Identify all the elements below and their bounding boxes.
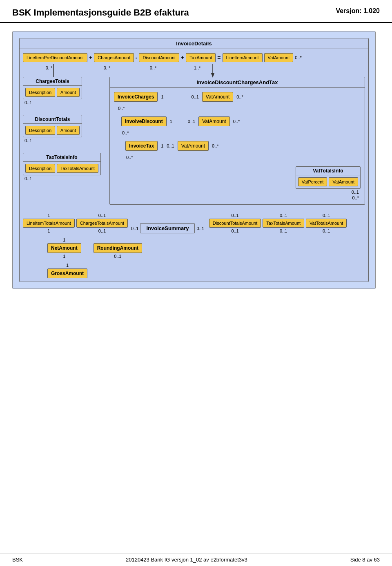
footer-right: Side 8 av 63 [350,557,380,563]
invoice-summary-box: InvoiceSummary [140,223,195,233]
discount-totals-title: DiscountTotals [23,115,82,124]
invoive-discount-mult-01: 0..1 [188,119,195,124]
charges-totals-title: ChargesTotals [23,77,82,86]
minus-operator: - [136,54,138,61]
invoive-discount-mult-1: 1 [170,119,172,124]
invoice-discount-charges-tax-title: InvoiceDiscountChargesAndTax [110,77,365,88]
footer-center: 20120423 Bank IG versjon 1_02 av e2bform… [126,557,247,563]
line-item-totals-amount-box: LineItemTotalsAmount [23,219,75,228]
version-label: Versjon: 1.020 [336,7,380,15]
charges-totals-amount-box: ChargesTotalsAmount [76,219,128,228]
discount-totals-description: Description [25,126,55,135]
invoice-tax-mult-1: 1 [161,143,163,148]
summary-mult-01-discount: 0..1 [231,213,238,218]
invoice-charges-mult-1: 1 [161,94,163,99]
invoive-discount-mult-0star: 0..* [122,130,361,135]
vat-amount-tax-mult-0star: 0..* [212,143,219,148]
footer: BSK 20120423 Bank IG versjon 1_02 av e2b… [0,553,392,566]
vat-totals-amount-box: VatTotalsAmount [306,219,347,228]
vat-totals-info-class: VatTotalsInfo VatPercent VatAmount [296,166,361,189]
mult-lineitem2: 1..* [179,65,216,70]
footer-left: BSK [12,557,23,563]
discount-amount-box: DiscountAmount [139,53,179,62]
summary-mult-1-lineitem: 1 [47,213,50,218]
discount-totals-amount-box: DiscountTotalsAmount [209,219,261,228]
page-title: BSK Implementasjonsguide B2B efaktura [12,7,189,18]
rounding-amount-box: RoundingAmount [94,243,142,253]
invoice-details-box: InvoiceDetails LineItemPreDiscountAmount… [19,38,369,282]
vat-amount-discount-mult-0star: 0..* [233,119,240,124]
net-amount-box: NetAmount [47,243,81,253]
plus-operator-2: + [181,54,184,61]
summary-mult-01-charges2: 0..1 [98,228,106,233]
summary-mult-01-vat: 0..1 [323,213,330,218]
summary-mult-01-tax: 0..1 [280,213,287,218]
invoice-charges-box: InvoiceCharges [114,92,158,102]
vat-amount-invoice-charges: VatAmount [202,92,233,102]
plus-operator-1: + [89,54,92,61]
net-amount-mult-1-below: 1 [63,254,65,259]
gross-amount-box: GrossAmount [47,268,87,278]
tax-totals-info-title: TaxTotalsInfo [23,153,100,162]
mult-discount: 0..* [87,65,127,70]
tax-amount-box: TaxAmount [186,53,216,62]
mult-0star-1: 0..* [295,55,302,60]
mult-tax: 0..* [139,65,167,70]
rounding-amount-mult-01: 0..1 [114,254,121,259]
invoice-discount-charges-tax-box: InvoiceDiscountChargesAndTax InvoiceChar… [109,77,365,205]
line-item-pre-discount-box: LineItemPreDiscountAmount [23,53,87,62]
diagram-area: InvoiceDetails LineItemPreDiscountAmount… [0,23,392,297]
charges-totals-amount: Amount [57,88,80,97]
tax-totals-mult: 0..1 [24,176,105,181]
charges-totals-class: ChargesTotals Description Amount [23,77,82,99]
vat-amount-vattotals: VatAmount [329,177,358,186]
mult-lineitem: 0..* [23,65,75,70]
tax-totals-description: Description [25,164,55,173]
charges-totals-description: Description [25,88,55,97]
net-amount-mult-1-above: 1 [63,237,65,242]
invoice-tax-box: InvoiceTax [125,141,158,151]
equals-operator: = [217,54,220,61]
vat-amount-box: VatAmount [264,53,294,62]
discount-totals-mult: 0..1 [24,138,105,143]
tax-totals-amount-box: TaxTotalsAmount [263,219,304,228]
tax-totals-amount: TaxTotalsAmount [57,164,98,173]
charges-amount-box: ChargesAmount [94,53,134,62]
vat-amount-invoice-tax: VatAmount [178,141,209,151]
invoice-summary-mult-right-01: 0..1 [196,226,204,231]
invoice-charges-mult-0star: 0..* [118,106,361,111]
invoice-charges-mult-01: 0..1 [192,94,199,99]
invoice-tax-mult-01: 0..1 [167,143,174,148]
invoive-discount-box: InvoiveDiscount [121,116,167,126]
line-item-amount-box: LineItemAmount [223,53,263,62]
tax-totals-info-class: TaxTotalsInfo Description TaxTotalsAmoun… [23,153,101,175]
summary-mult-01-lineitem: 1 [47,228,50,233]
summary-mult-01-charges: 0..1 [98,213,106,218]
invoice-details-title: InvoiceDetails [20,38,368,49]
summary-mult-01-discount2: 0..1 [231,228,238,233]
vat-totals-mult-0star: 0..* [296,195,361,200]
invoice-summary-mult-left-01: 0..1 [131,226,138,231]
header: BSK Implementasjonsguide B2B efaktura Ve… [0,0,392,23]
discount-totals-class: DiscountTotals Description Amount [23,115,82,137]
vat-amount-invoive-discount: VatAmount [198,116,229,126]
charges-totals-mult: 0..1 [24,100,105,105]
discount-totals-amount: Amount [57,126,80,135]
vat-totals-mult-01: 0..1 [296,190,361,195]
gross-amount-mult-1-above: 1 [66,263,69,268]
vat-amount-mult-0star: 0..* [236,94,243,99]
invoice-tax-mult-0star: 0..* [126,155,361,160]
summary-mult-01-vat2: 0..1 [323,228,330,233]
vat-totals-info-title: VatTotalsInfo [296,167,360,175]
vat-percent-box: VatPercent [298,177,327,186]
summary-mult-01-tax2: 0..1 [280,228,287,233]
